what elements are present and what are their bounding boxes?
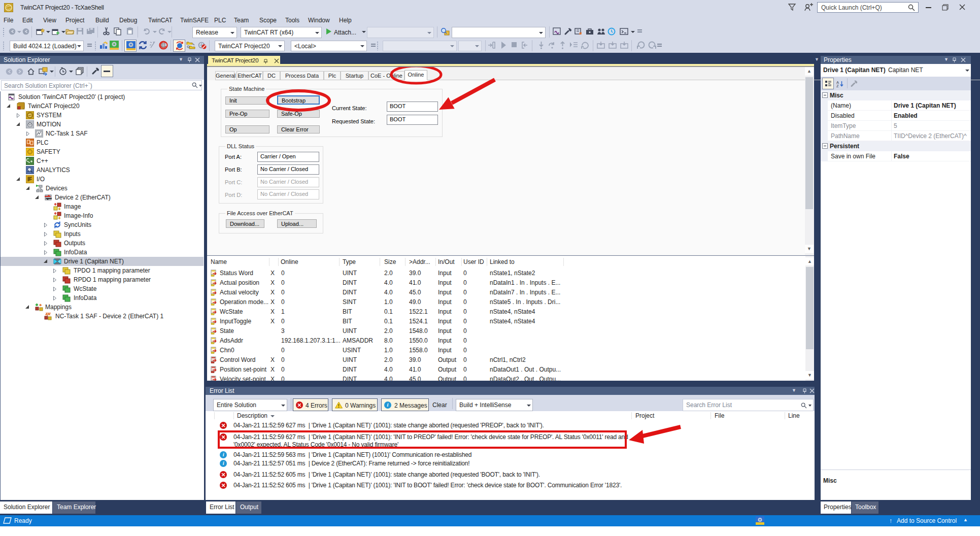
svg-text:Z: Z [836, 84, 839, 87]
